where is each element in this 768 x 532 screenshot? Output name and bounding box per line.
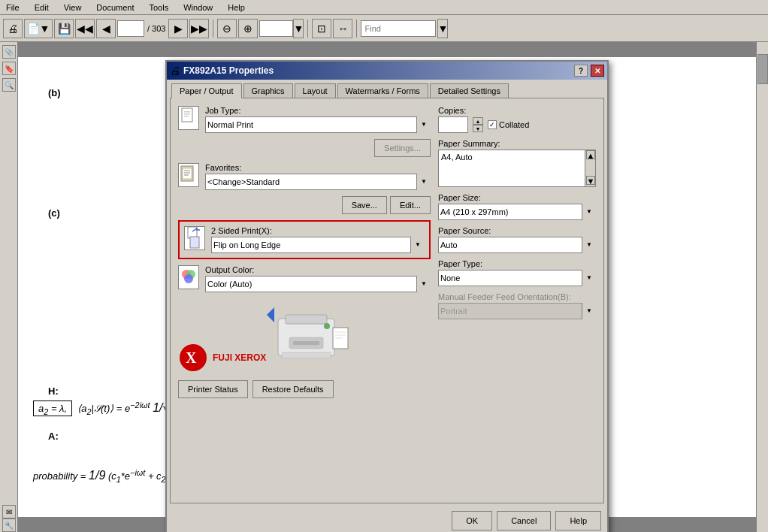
tab-graphics[interactable]: Graphics (243, 83, 293, 98)
last-page-btn[interactable]: ▶▶ (189, 19, 209, 38)
left-column: Job Type: Normal Print Settings... (178, 106, 431, 398)
page-setup-icon[interactable]: 📄▼ (24, 19, 53, 38)
settings-btn-row: Settings... (178, 139, 431, 157)
edit-btn[interactable]: Edit... (390, 196, 431, 214)
paper-type-row: Paper Type: None (438, 259, 596, 286)
collated-checkbox[interactable]: ✓ (488, 120, 497, 129)
paper-size-select[interactable]: A4 (210 x 297mm) (438, 204, 596, 220)
sidebar-icon-2[interactable]: 🔖 (2, 62, 16, 75)
sep3 (356, 20, 357, 38)
svg-rect-3 (184, 116, 189, 117)
fit-page-btn[interactable]: ⊡ (312, 19, 331, 38)
output-color-icon (178, 265, 199, 289)
print-icon[interactable]: 🖨 (3, 19, 23, 38)
page-number-input[interactable]: 83 (117, 20, 144, 37)
zoom-in-btn[interactable]: ⊕ (238, 19, 258, 38)
paper-summary-row: Paper Summary: A4, Auto ▲ ▼ (438, 139, 596, 187)
dialog-title-text: FX892A15 Properties (183, 65, 571, 76)
copies-control: 1 ▲ ▼ ✓ Collated (438, 116, 596, 133)
toolbar: 🖨 📄▼ 💾 ◀◀ ◀ 83 / 303 ▶ ▶▶ ⊖ ⊕ 102% ▼ ⊡ ↔… (0, 15, 768, 42)
left-sidebar: 📎 🔖 🔍 ✉ 🔧 (0, 42, 18, 532)
output-color-label: Output Color: (205, 265, 431, 274)
zoom-input[interactable]: 102% (259, 20, 293, 37)
favorites-select[interactable]: <Change>Standard (205, 174, 431, 190)
sidebar-icon-3[interactable]: 🔍 (2, 78, 16, 92)
manual-feeder-select[interactable]: Portrait (438, 303, 596, 319)
svg-marker-14 (267, 307, 274, 322)
settings-btn[interactable]: Settings... (374, 139, 431, 157)
copies-up-btn[interactable]: ▲ (473, 117, 483, 125)
scroll-down[interactable]: ▼ (586, 176, 595, 185)
job-type-select[interactable]: Normal Print (205, 116, 431, 133)
paper-summary-box: A4, Auto ▲ ▼ (438, 150, 596, 187)
svg-text:X: X (186, 349, 197, 366)
tab-layout[interactable]: Layout (295, 83, 336, 98)
prev-page-btn[interactable]: ◀ (96, 19, 116, 38)
paper-summary-scrollbar[interactable]: ▲ ▼ (585, 150, 595, 186)
job-type-row: Job Type: Normal Print (178, 106, 431, 133)
zoom-out-btn[interactable]: ⊖ (217, 19, 237, 38)
menu-help[interactable]: Help (225, 3, 248, 12)
dialog-help-btn[interactable]: ? (574, 65, 588, 77)
dialog-titlebar: 🖨 FX892A15 Properties ? ✕ (167, 62, 607, 80)
paper-source-select[interactable]: Auto (438, 237, 596, 253)
sidebar-icon-4[interactable]: ✉ (2, 505, 16, 518)
tab-detailed[interactable]: Detailed Settings (430, 83, 509, 98)
xerox-x-logo: X (178, 343, 208, 373)
paper-type-label: Paper Type: (438, 259, 596, 268)
sidebar-icon-5[interactable]: 🔧 (2, 518, 16, 532)
save-icon[interactable]: 💾 (54, 19, 74, 38)
menu-file[interactable]: File (3, 3, 23, 12)
dialog-title-icon: 🖨 (170, 65, 180, 77)
sep2 (307, 20, 308, 38)
paper-source-row: Paper Source: Auto (438, 226, 596, 253)
sidebar-icon-1[interactable]: 📎 (2, 45, 16, 59)
menu-view[interactable]: View (61, 3, 85, 12)
two-sided-section: 2 Sided Print(X): Flip on Long Edge (178, 220, 431, 259)
tab-paper-output[interactable]: Paper / Output (171, 83, 242, 98)
svg-rect-2 (184, 113, 190, 115)
manual-feeder-label: Manual Feeder Feed Orientation(B): (438, 292, 596, 301)
printer-status-btn[interactable]: Printer Status (178, 380, 248, 398)
two-sided-label: 2 Sided Print(X): (211, 226, 425, 235)
help-btn[interactable]: Help (555, 511, 601, 530)
paper-summary-value: A4, Auto (439, 150, 595, 164)
tab-watermarks[interactable]: Watermarks / Forms (337, 83, 428, 98)
dialog-columns: Job Type: Normal Print Settings... (178, 106, 596, 398)
svg-rect-0 (182, 108, 192, 122)
copies-down-btn[interactable]: ▼ (473, 125, 483, 132)
dialog-close-btn[interactable]: ✕ (591, 65, 604, 77)
favorites-icon (178, 163, 199, 187)
label-h: H: (48, 385, 59, 397)
scrollbar-thumb[interactable] (757, 54, 768, 84)
restore-defaults-btn[interactable]: Restore Defaults (252, 380, 334, 398)
save-btn[interactable]: Save... (342, 196, 387, 214)
find-dropdown-btn[interactable]: ▼ (437, 19, 448, 38)
cancel-btn[interactable]: Cancel (497, 511, 551, 530)
find-input[interactable] (361, 20, 436, 37)
svg-rect-1 (184, 111, 190, 113)
output-color-select[interactable]: Color (Auto) (205, 276, 431, 292)
scroll-up[interactable]: ▲ (586, 150, 595, 159)
dialog-tabs: Paper / Output Graphics Layout Watermark… (167, 80, 607, 98)
menu-window[interactable]: Window (180, 3, 216, 12)
ok-btn[interactable]: OK (452, 511, 492, 530)
fit-width-btn[interactable]: ↔ (333, 19, 352, 38)
menu-edit[interactable]: Edit (32, 3, 52, 12)
svg-rect-20 (282, 352, 331, 358)
manual-feeder-row: Manual Feeder Feed Orientation(B): Portr… (438, 292, 596, 319)
favorites-row: Favorites: <Change>Standard (178, 163, 431, 190)
two-sided-select[interactable]: Flip on Long Edge (211, 237, 425, 253)
copies-input[interactable]: 1 (438, 116, 468, 133)
next-page-btn[interactable]: ▶ (168, 19, 188, 38)
zoom-dropdown-btn[interactable]: ▼ (293, 19, 304, 38)
paper-source-label: Paper Source: (438, 226, 596, 235)
menu-tools[interactable]: Tools (147, 3, 172, 12)
paper-type-select[interactable]: None (438, 270, 596, 286)
first-page-btn[interactable]: ◀◀ (75, 19, 95, 38)
right-scrollbar[interactable] (756, 42, 768, 532)
menu-document[interactable]: Document (93, 3, 137, 12)
svg-point-13 (184, 274, 193, 283)
copies-label: Copies: (438, 106, 596, 115)
printer-btns: Printer Status Restore Defaults (178, 380, 431, 398)
